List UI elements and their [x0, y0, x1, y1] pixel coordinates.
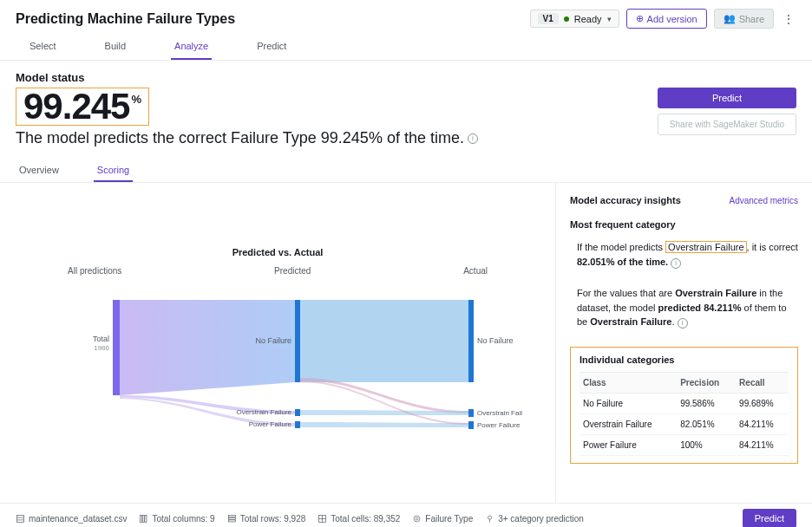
svg-text:Total: Total [93, 335, 109, 343]
svg-rect-5 [295, 421, 300, 428]
svg-point-29 [488, 516, 492, 519]
status-dot-icon [564, 16, 569, 22]
cell-recall: 84.211% [736, 413, 789, 434]
sankey-chart[interactable]: Total 1986 No Failure Overstrain Failure… [16, 291, 540, 447]
accuracy-description-text: The model predicts the correct Failure T… [16, 129, 464, 147]
cell-class: Power Failure [580, 434, 677, 455]
svg-rect-15 [16, 515, 23, 522]
model-status-label: Model status [16, 71, 796, 84]
footer-bar: maintenance_dataset.csv Total columns: 9… [0, 504, 812, 527]
tab-build[interactable]: Build [102, 34, 129, 60]
footer-cells: Total cells: 89,352 [318, 514, 400, 524]
share-button: 👥 Share [714, 9, 774, 29]
predict-button[interactable]: Predict [658, 88, 796, 108]
footer-file: maintenance_dataset.csv [16, 514, 127, 524]
footer-rows: Total rows: 9,928 [227, 514, 306, 524]
grid-icon [318, 514, 327, 524]
share-icon: 👥 [724, 13, 736, 24]
col-class: Class [580, 372, 677, 393]
subtab-overview[interactable]: Overview [16, 159, 62, 182]
svg-text:Power Failure: Power Failure [249, 420, 292, 428]
svg-rect-18 [141, 515, 142, 522]
page-title: Predicting Machine Failure Types [16, 11, 235, 27]
table-row[interactable]: No Failure 99.586% 99.689% [580, 393, 789, 413]
recall-insight: For the values that are Overstrain Failu… [570, 286, 798, 329]
footer-type: 3+ category prediction [485, 514, 584, 524]
advanced-metrics-link[interactable]: Advanced metrics [730, 196, 798, 205]
footer-target: Failure Type [412, 514, 473, 524]
tab-predict[interactable]: Predict [253, 34, 290, 60]
accuracy-percent-symbol: % [131, 94, 141, 105]
cell-recall: 84.211% [736, 434, 789, 455]
version-selector[interactable]: V1 Ready ▾ [530, 10, 619, 28]
categories-table: Class Precision Recall No Failure 99.586… [580, 372, 789, 456]
columns-icon [139, 514, 148, 524]
cell-precision: 99.586% [677, 393, 736, 413]
col-recall: Recall [736, 372, 789, 393]
plus-icon: ⊕ [636, 13, 644, 24]
chart-title: Predicted vs. Actual [16, 247, 540, 257]
svg-rect-10 [468, 409, 474, 417]
svg-text:Overstrain Failure: Overstrain Failure [236, 408, 291, 416]
info-icon[interactable]: i [671, 258, 681, 269]
svg-rect-9 [468, 300, 474, 382]
tab-select[interactable]: Select [26, 34, 60, 60]
cell-precision: 82.051% [677, 413, 736, 434]
rows-icon [227, 514, 237, 524]
info-icon[interactable]: i [468, 133, 478, 144]
chart-panel: Predicted vs. Actual All predictions Pre… [0, 183, 555, 503]
svg-rect-20 [145, 515, 147, 522]
svg-text:Power Failure: Power Failure [477, 421, 521, 429]
share-studio-button: Share with SageMaker Studio [658, 114, 796, 135]
svg-rect-21 [228, 515, 235, 517]
subtab-scoring[interactable]: Scoring [94, 159, 133, 182]
more-menu-button[interactable]: ⋮ [781, 12, 796, 26]
precision-insight: If the model predicts Overstrain Failure… [570, 240, 798, 269]
footer-cols: Total columns: 9 [139, 514, 214, 524]
table-row[interactable]: Overstrain Failure 82.051% 84.211% [580, 413, 789, 434]
cell-class: Overstrain Failure [580, 413, 677, 434]
share-label: Share [739, 14, 764, 24]
main-tabs: Select Build Analyze Predict [0, 34, 812, 61]
cell-recall: 99.689% [736, 393, 789, 413]
svg-point-27 [414, 516, 420, 522]
chevron-down-icon: ▾ [607, 15, 612, 23]
most-frequent-category-label: Most frequent category [570, 219, 798, 230]
highlighted-category: Overstrain Failure [665, 241, 746, 253]
insights-title: Model accuracy insights [570, 195, 681, 205]
svg-rect-22 [228, 517, 235, 519]
svg-rect-19 [143, 515, 145, 522]
add-version-button[interactable]: ⊕ Add version [626, 9, 707, 29]
svg-text:No Failure: No Failure [477, 336, 514, 345]
individual-categories-box: Individual categories Class Precision Re… [570, 347, 798, 464]
accuracy-number: 99.245 [23, 88, 129, 125]
individual-categories-title: Individual categories [580, 355, 789, 365]
col-precision: Precision [677, 372, 736, 393]
svg-rect-4 [295, 409, 300, 416]
svg-text:1986: 1986 [94, 344, 109, 352]
version-badge: V1 [538, 13, 559, 24]
insights-panel: Model accuracy insights Advanced metrics… [555, 183, 812, 503]
svg-rect-3 [295, 300, 300, 382]
col-header-predicted: Predicted [274, 266, 311, 276]
svg-point-28 [416, 517, 418, 520]
tab-analyze[interactable]: Analyze [171, 34, 212, 60]
add-version-label: Add version [647, 14, 697, 24]
accuracy-value-box: 99.245 % [16, 88, 149, 126]
cell-precision: 100% [677, 434, 736, 455]
info-icon[interactable]: i [678, 318, 688, 329]
col-header-actual: Actual [463, 266, 488, 276]
status-text: Ready [574, 14, 602, 24]
svg-rect-0 [113, 300, 120, 395]
svg-rect-11 [468, 421, 474, 429]
file-icon [16, 514, 25, 524]
footer-predict-button[interactable]: Predict [743, 509, 796, 527]
svg-rect-23 [228, 519, 235, 521]
table-row[interactable]: Power Failure 100% 84.211% [580, 434, 789, 455]
target-icon [412, 514, 422, 524]
sub-tabs: Overview Scoring [0, 159, 812, 183]
pin-icon [485, 514, 494, 524]
col-header-all: All predictions [68, 266, 121, 276]
cell-class: No Failure [580, 393, 677, 413]
svg-text:Overstrain Fail: Overstrain Fail [477, 409, 522, 417]
